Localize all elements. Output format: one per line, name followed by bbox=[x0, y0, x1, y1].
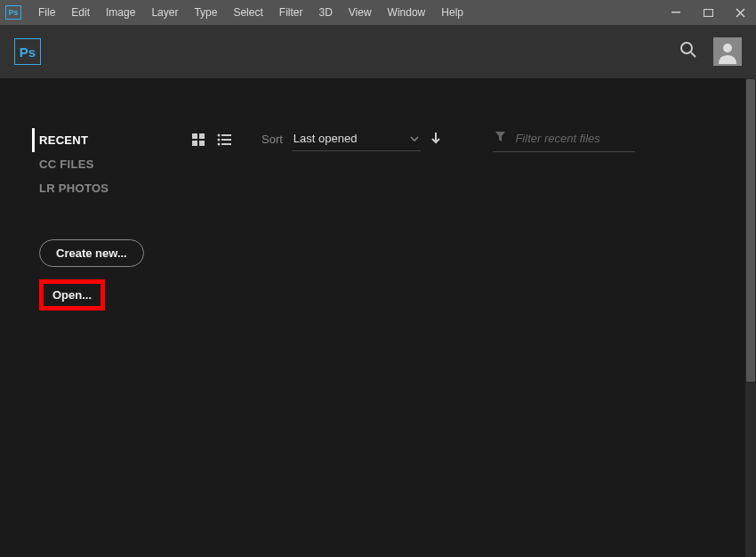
minimize-button[interactable] bbox=[660, 4, 692, 21]
open-button[interactable]: Open... bbox=[44, 284, 101, 306]
close-icon bbox=[736, 8, 745, 18]
menu-edit[interactable]: Edit bbox=[63, 3, 98, 22]
svg-rect-13 bbox=[221, 143, 231, 145]
create-new-button[interactable]: Create new... bbox=[39, 239, 144, 267]
menu-filter[interactable]: Filter bbox=[271, 3, 311, 22]
chevron-down-icon bbox=[410, 133, 419, 143]
list-icon bbox=[217, 133, 231, 146]
svg-rect-6 bbox=[192, 141, 197, 146]
svg-point-8 bbox=[218, 133, 221, 136]
header: Ps bbox=[0, 25, 756, 78]
sidebar: RECENT CC FILES LR PHOTOS Create new... … bbox=[0, 78, 178, 557]
window-controls bbox=[660, 0, 756, 25]
maximize-icon bbox=[704, 9, 713, 17]
sidebar-item-lr-photos[interactable]: LR PHOTOS bbox=[39, 176, 178, 200]
app-logo: Ps bbox=[14, 38, 41, 65]
svg-rect-7 bbox=[199, 141, 205, 146]
avatar[interactable] bbox=[713, 37, 742, 66]
svg-rect-1 bbox=[704, 9, 712, 16]
svg-rect-4 bbox=[192, 133, 197, 139]
filter-icon bbox=[495, 130, 506, 146]
minimize-icon bbox=[672, 12, 680, 13]
sidebar-item-cc-files[interactable]: CC FILES bbox=[39, 152, 178, 176]
scrollbar-thumb[interactable] bbox=[746, 79, 755, 382]
menu-file[interactable]: File bbox=[30, 3, 63, 22]
menu-layer[interactable]: Layer bbox=[143, 3, 186, 22]
toolbar: Sort Last opened bbox=[192, 126, 738, 152]
svg-rect-9 bbox=[221, 134, 231, 136]
menu-help[interactable]: Help bbox=[433, 3, 471, 22]
main: RECENT CC FILES LR PHOTOS Create new... … bbox=[0, 78, 756, 557]
svg-point-10 bbox=[218, 138, 221, 141]
menu-3d[interactable]: 3D bbox=[310, 3, 340, 22]
sidebar-actions: Create new... Open... bbox=[39, 239, 178, 311]
header-right bbox=[680, 37, 742, 66]
svg-point-3 bbox=[723, 44, 732, 52]
svg-rect-11 bbox=[221, 139, 231, 141]
sort-value: Last opened bbox=[294, 132, 358, 145]
menu-type[interactable]: Type bbox=[186, 3, 225, 22]
filter-input[interactable] bbox=[515, 132, 631, 145]
svg-point-2 bbox=[681, 43, 692, 53]
svg-rect-0 bbox=[672, 12, 680, 13]
scrollbar[interactable] bbox=[745, 78, 756, 557]
grid-icon bbox=[192, 133, 205, 146]
sidebar-item-recent[interactable]: RECENT bbox=[32, 128, 178, 152]
app-icon-small: Ps bbox=[5, 5, 21, 20]
content: Sort Last opened bbox=[178, 78, 756, 557]
user-icon bbox=[715, 39, 740, 64]
menu-view[interactable]: View bbox=[341, 3, 380, 22]
svg-rect-5 bbox=[199, 133, 205, 139]
grid-view-button[interactable] bbox=[192, 133, 205, 146]
list-view-button[interactable] bbox=[217, 133, 231, 146]
sort-select[interactable]: Last opened bbox=[292, 128, 422, 151]
menu-window[interactable]: Window bbox=[380, 3, 434, 22]
close-button[interactable] bbox=[724, 4, 756, 21]
menu-select[interactable]: Select bbox=[225, 3, 270, 22]
menu-items: File Edit Image Layer Type Select Filter… bbox=[30, 3, 471, 22]
open-button-highlight: Open... bbox=[39, 279, 105, 311]
svg-point-12 bbox=[218, 142, 221, 145]
filter-group bbox=[493, 126, 635, 152]
maximize-button[interactable] bbox=[692, 4, 724, 21]
search-button[interactable] bbox=[680, 41, 697, 62]
sort-group: Sort Last opened bbox=[261, 128, 441, 151]
menu-image[interactable]: Image bbox=[98, 3, 143, 22]
sort-label: Sort bbox=[261, 133, 283, 146]
search-icon bbox=[680, 41, 697, 59]
menubar: Ps File Edit Image Layer Type Select Fil… bbox=[0, 0, 756, 25]
arrow-down-icon bbox=[430, 132, 441, 144]
sort-direction-button[interactable] bbox=[430, 132, 441, 148]
view-toggles bbox=[192, 133, 231, 146]
